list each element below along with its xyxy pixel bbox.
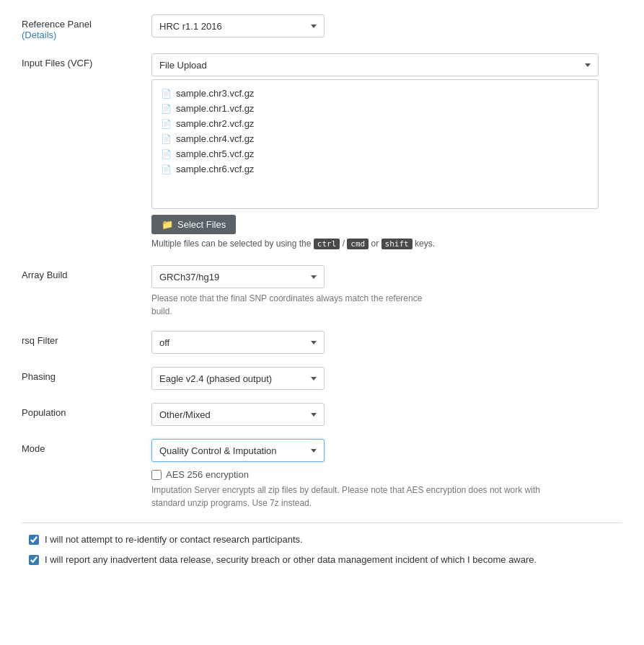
array-build-text: Array Build: [22, 270, 68, 280]
list-item: 📄 sample.chr2.vcf.gz: [156, 116, 594, 131]
reference-panel-row: Reference Panel (Details) HRC r1.1 2016 …: [22, 14, 622, 40]
input-files-type-select[interactable]: File Upload SFTP: [151, 53, 599, 76]
list-item: 📄 sample.chr6.vcf.gz: [156, 161, 594, 177]
reference-panel-text: Reference Panel: [22, 19, 92, 30]
mode-label: Mode: [22, 439, 151, 454]
list-item: 📄 sample.chr4.vcf.gz: [156, 131, 594, 146]
list-item: 📄 sample.chr5.vcf.gz: [156, 146, 594, 161]
input-files-text: Input Files (VCF): [22, 58, 92, 68]
file-icon: 📄: [161, 164, 172, 174]
folder-icon: 📁: [162, 219, 173, 230]
array-build-select[interactable]: GRCh37/hg19 GRCh38/hg38: [151, 265, 325, 288]
population-label: Population: [22, 403, 151, 418]
rsq-filter-label: rsq Filter: [22, 331, 151, 346]
details-link[interactable]: (Details): [22, 30, 56, 40]
phasing-row: Phasing Eagle v2.4 (phased output) No ph…: [22, 367, 622, 390]
population-select[interactable]: Other/Mixed EUR AFR ASN AMR: [151, 403, 325, 426]
array-build-control: GRCh37/hg19 GRCh38/hg38 Please note that…: [151, 265, 622, 318]
agreement-section: I will not attempt to re-identify or con…: [22, 522, 622, 566]
hint-text: Multiple files can be selected by using …: [151, 239, 622, 249]
file-icon: 📄: [161, 104, 172, 114]
reference-panel-label: Reference Panel (Details): [22, 14, 151, 40]
phasing-select[interactable]: Eagle v2.4 (phased output) No phasing: [151, 367, 325, 390]
agreement-label-1: I will not attempt to re-identify or con…: [45, 533, 303, 546]
checkbox-row-1: I will not attempt to re-identify or con…: [22, 533, 622, 546]
file-icon: 📄: [161, 149, 172, 159]
phasing-label: Phasing: [22, 367, 151, 382]
rsq-filter-row: rsq Filter off 0.3 0.6: [22, 331, 622, 354]
select-files-button[interactable]: 📁 Select Files: [151, 215, 236, 234]
file-icon: 📄: [161, 119, 172, 129]
phasing-control: Eagle v2.4 (phased output) No phasing: [151, 367, 622, 390]
encryption-note: Imputation Server encrypts all zip files…: [151, 484, 555, 510]
agreement-label-2: I will report any inadvertent data relea…: [45, 553, 537, 566]
mode-control: Quality Control & Imputation Quality Con…: [151, 439, 622, 510]
agreement-checkbox-1[interactable]: [29, 535, 39, 545]
mode-text: Mode: [22, 443, 45, 454]
array-build-label: Array Build: [22, 265, 151, 280]
rsq-filter-control: off 0.3 0.6: [151, 331, 622, 354]
input-files-label: Input Files (VCF): [22, 53, 151, 68]
population-control: Other/Mixed EUR AFR ASN AMR: [151, 403, 622, 426]
cmd-kbd: cmd: [347, 239, 369, 249]
checkbox-row-2: I will report any inadvertent data relea…: [22, 553, 622, 566]
phasing-text: Phasing: [22, 371, 56, 382]
input-files-row: Input Files (VCF) File Upload SFTP 📄 sam…: [22, 53, 622, 252]
select-files-label: Select Files: [177, 219, 226, 230]
array-build-note: Please note that the final SNP coordinat…: [151, 292, 440, 318]
list-item: 📄 sample.chr3.vcf.gz: [156, 86, 594, 101]
agreement-checkbox-2[interactable]: [29, 555, 39, 565]
reference-panel-control: HRC r1.1 2016 1000G Phase3 CAAPA: [151, 14, 622, 37]
encryption-checkbox[interactable]: [151, 470, 162, 480]
mode-select[interactable]: Quality Control & Imputation Quality Con…: [151, 439, 325, 462]
array-build-row: Array Build GRCh37/hg19 GRCh38/hg38 Plea…: [22, 265, 622, 318]
mode-row: Mode Quality Control & Imputation Qualit…: [22, 439, 622, 510]
file-icon: 📄: [161, 134, 172, 144]
shift-kbd: shift: [381, 239, 413, 249]
file-icon: 📄: [161, 89, 172, 99]
encryption-row: AES 256 encryption: [151, 469, 622, 480]
rsq-filter-text: rsq Filter: [22, 335, 58, 346]
file-list-box: 📄 sample.chr3.vcf.gz 📄 sample.chr1.vcf.g…: [151, 79, 599, 209]
rsq-filter-select[interactable]: off 0.3 0.6: [151, 331, 325, 354]
population-row: Population Other/Mixed EUR AFR ASN AMR: [22, 403, 622, 426]
reference-panel-select[interactable]: HRC r1.1 2016 1000G Phase3 CAAPA: [151, 14, 325, 37]
list-item: 📄 sample.chr1.vcf.gz: [156, 101, 594, 116]
input-files-control: File Upload SFTP 📄 sample.chr3.vcf.gz 📄 …: [151, 53, 622, 252]
ctrl-kbd: ctrl: [314, 239, 340, 249]
encryption-label: AES 256 encryption: [166, 469, 249, 480]
population-text: Population: [22, 407, 66, 418]
